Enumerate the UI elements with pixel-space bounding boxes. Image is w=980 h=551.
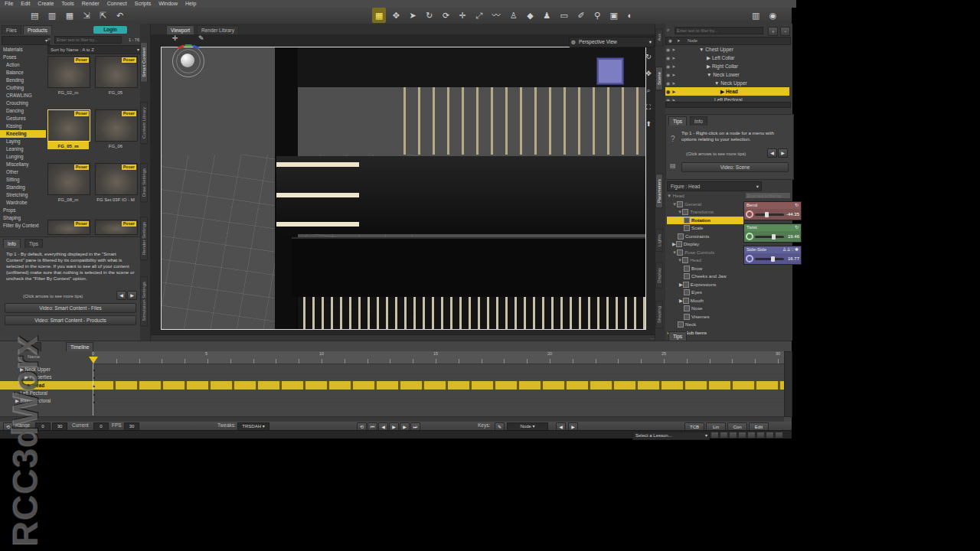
category-item[interactable]: Stretching xyxy=(0,191,46,199)
expand-icon[interactable]: ▶ xyxy=(707,64,710,69)
category-item[interactable]: Kissing xyxy=(0,122,46,130)
param-group[interactable]: Eyes xyxy=(667,289,743,297)
collapse-icon[interactable]: ▼ xyxy=(699,47,704,52)
side-side-dial[interactable] xyxy=(746,255,753,262)
reset-icon[interactable]: ↻ xyxy=(795,202,799,209)
category-filter-dropdown[interactable]: ▾ xyxy=(2,36,50,45)
lock-icon[interactable]: ▣ xyxy=(607,8,621,23)
node-select-icon[interactable]: ➤ xyxy=(407,8,420,23)
pose-thumbnail[interactable]: Poser FG_02_m xyxy=(47,56,89,96)
param-group[interactable]: ▶Display xyxy=(667,240,743,249)
menu-create[interactable]: Create xyxy=(38,0,54,8)
view-nav-cube[interactable] xyxy=(597,58,623,84)
category-item[interactable]: Sitting xyxy=(0,176,46,184)
axis-tool-icon[interactable]: ✛ xyxy=(172,34,178,42)
zoom-view-icon[interactable]: ⌕ xyxy=(642,82,655,99)
save-icon[interactable]: ▦ xyxy=(63,8,77,23)
home-view-icon[interactable]: ⬆ xyxy=(642,116,655,132)
side-tab-display[interactable]: Display xyxy=(655,262,663,289)
side-tab-content-library[interactable]: Content Library xyxy=(140,102,148,144)
param-group[interactable]: ▼Pose Controls xyxy=(667,249,743,257)
param-group[interactable]: Constraints xyxy=(667,233,743,241)
eye-icon[interactable]: ◉ xyxy=(666,47,670,52)
lesson-selector[interactable]: Select a Lesson... ▾ xyxy=(632,432,710,440)
slider-side-side[interactable]: Side-Side ♙♙♡✱ 16.77 xyxy=(743,246,802,265)
scale-tool-icon[interactable]: ⤢ xyxy=(472,8,485,23)
category-item[interactable]: Action xyxy=(0,61,46,69)
cms-icon[interactable]: ◉ xyxy=(766,8,780,23)
scene-add-button[interactable]: ＋ xyxy=(768,27,778,36)
category-item[interactable]: Balance xyxy=(0,69,46,77)
scene-node[interactable]: ◉➤ ▼ Chest Upper xyxy=(665,45,789,54)
scene-node[interactable]: ◉➤ ▼ Neck Lower xyxy=(665,70,789,79)
category-item[interactable]: Leaning xyxy=(0,145,46,153)
collapse-icon[interactable]: ▼ xyxy=(707,72,711,77)
pose-thumbnail-selected[interactable]: Poser FG_05_m xyxy=(47,109,89,149)
reset-icon[interactable]: ↻ xyxy=(795,224,799,231)
collapse-icon[interactable]: ▼ xyxy=(714,80,719,86)
next-tip-button[interactable]: ▶ xyxy=(127,291,137,300)
new-file-icon[interactable]: ▤ xyxy=(28,8,41,23)
timeline-scrollbar-v[interactable] xyxy=(784,351,792,417)
category-item[interactable]: Dancing xyxy=(0,107,46,115)
eye-icon[interactable]: ◉ xyxy=(666,98,670,101)
menu-window[interactable]: Window xyxy=(158,0,178,8)
video-scene-button[interactable]: Video: Scene xyxy=(681,162,789,172)
side-tab-scene[interactable]: Scene xyxy=(655,67,663,90)
tab-timeline[interactable]: Timeline xyxy=(66,342,93,351)
menu-connect[interactable]: Connect xyxy=(107,0,127,8)
sort-dropdown[interactable]: Sort by Name : A to Z ▾ xyxy=(47,45,142,54)
tab-products[interactable]: Products xyxy=(23,25,52,34)
tab-tips[interactable]: Tips xyxy=(24,239,43,248)
figure-icon[interactable]: ♙ xyxy=(507,8,521,23)
side-tab-lights[interactable]: Lights xyxy=(655,229,663,252)
tab-files[interactable]: Files xyxy=(2,25,21,34)
tab-render-library[interactable]: Render Library xyxy=(197,25,239,34)
orbit-view-icon[interactable]: ↻ xyxy=(642,48,655,65)
category-item[interactable]: Poses xyxy=(0,54,46,61)
frame-view-icon[interactable]: ⛶ xyxy=(642,99,655,116)
active-pose-icon[interactable]: 〰 xyxy=(488,8,503,23)
status-grid-button[interactable] xyxy=(766,432,774,439)
scene-search-input[interactable] xyxy=(675,27,763,34)
pointer-icon[interactable]: ➤ xyxy=(671,56,675,60)
status-grid-button[interactable] xyxy=(710,432,719,439)
eye-icon[interactable]: ◉ xyxy=(666,73,670,77)
camera-cube-icon[interactable]: ▭ xyxy=(557,8,571,23)
param-group[interactable]: ▼Transforms xyxy=(667,208,743,217)
joint-icon[interactable]: ⚲ xyxy=(591,8,603,23)
tab-info[interactable]: Info xyxy=(3,239,21,248)
category-item[interactable]: Filter By Context xyxy=(0,222,46,230)
scene-remove-button[interactable]: － xyxy=(780,27,790,36)
scene-node[interactable]: ◉➤ ▼ Neck Upper xyxy=(665,79,789,87)
export-icon[interactable]: ⇱ xyxy=(96,8,109,23)
tab-info[interactable]: Info xyxy=(690,116,707,126)
side-tab-aux-viewport[interactable]: Aux xyxy=(655,28,663,46)
menu-render[interactable]: Render xyxy=(82,0,100,8)
param-group[interactable]: Brow xyxy=(667,265,743,273)
slider-bend[interactable]: Bend↻ -44.35 xyxy=(743,201,802,220)
category-item[interactable]: Laying xyxy=(0,138,46,145)
pose-thumbnail[interactable]: Poser FG Set 03F IO - M xyxy=(95,163,136,203)
translate-tool-icon[interactable]: ✛ xyxy=(456,8,469,23)
camera-selector[interactable]: ◍ Perspective View ▾ xyxy=(569,37,655,47)
eye-icon[interactable]: ◉ xyxy=(666,56,670,60)
status-grid-button[interactable] xyxy=(747,432,756,439)
category-item[interactable]: Other xyxy=(0,168,46,176)
category-item[interactable]: Shaping xyxy=(0,214,46,222)
tab-tips-bottom[interactable]: Tips xyxy=(668,331,687,341)
timeline-track[interactable]: ▲ xyxy=(92,398,784,406)
side-tab-simulation-settings[interactable]: Simulation Settings xyxy=(140,276,148,326)
gear-icon[interactable]: ✱ xyxy=(795,247,799,252)
playhead[interactable] xyxy=(89,357,98,364)
category-item[interactable]: Miscellany xyxy=(0,161,46,168)
parameter-node-selector[interactable]: Figure : Head ▾ xyxy=(667,181,762,191)
scene-scrollbar[interactable] xyxy=(665,102,791,108)
side-tab-smart-content[interactable]: Smart Content xyxy=(140,42,148,83)
viewport-canvas[interactable]: ✛ ✎ ◍ Perspective View ▾ ↻ ✥ ⌕ ⛶ ⬆ xyxy=(151,34,655,334)
person-icon[interactable]: ♟ xyxy=(540,8,554,23)
pan-view-icon[interactable]: ✥ xyxy=(642,65,655,82)
param-group[interactable]: Visemes xyxy=(667,313,743,321)
video-smart-content-products-button[interactable]: Video: Smart Content - Products xyxy=(5,315,136,325)
slider-twist[interactable]: Twist↻ 19.46 xyxy=(743,223,802,243)
